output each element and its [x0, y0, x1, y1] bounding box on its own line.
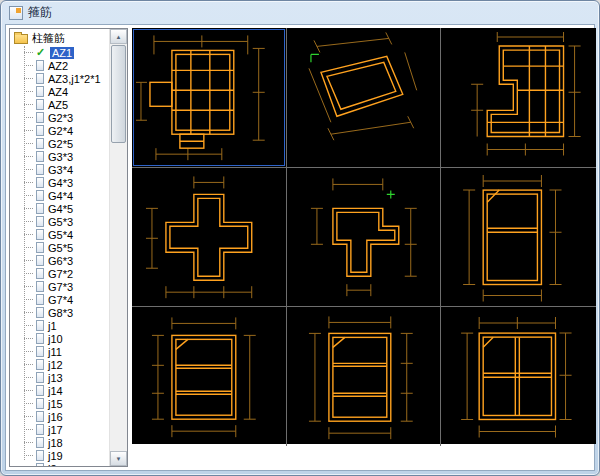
- document-icon: [36, 346, 44, 357]
- tree-connector: [24, 208, 33, 209]
- tree-item[interactable]: ✓ G4*3: [10, 176, 109, 189]
- tree-item[interactable]: ✓ G8*3: [10, 306, 109, 319]
- tree-item[interactable]: ✓ G4*5: [10, 202, 109, 215]
- tree-item-label: G4*4: [48, 190, 73, 202]
- tree-item[interactable]: ✓ j1: [10, 319, 109, 332]
- tree-connector: [24, 416, 33, 417]
- document-icon: [36, 203, 44, 214]
- titlebar[interactable]: 箍筋: [1, 1, 599, 24]
- tree-item[interactable]: ✓ G2*3: [10, 111, 109, 124]
- tree-item[interactable]: ✓ j2: [10, 462, 109, 466]
- stirrup-drawing-trapezoid: [287, 28, 441, 167]
- tree-connector: [24, 455, 33, 456]
- tree-item[interactable]: ✓ G5*4: [10, 228, 109, 241]
- tree-connector: [24, 234, 33, 235]
- tree-connector: [24, 91, 33, 92]
- tree-root-node[interactable]: 柱箍筋: [10, 31, 109, 46]
- tree-item[interactable]: ✓ G4*4: [10, 189, 109, 202]
- tree-connector: [24, 364, 33, 365]
- tree-item[interactable]: ✓ j13: [10, 371, 109, 384]
- document-icon: [36, 385, 44, 396]
- document-icon: [36, 164, 44, 175]
- tree-connector: [24, 442, 33, 443]
- tree-item[interactable]: ✓ j19: [10, 449, 109, 462]
- preview-cell-6[interactable]: [441, 168, 596, 308]
- tree-item[interactable]: ✓ j10: [10, 332, 109, 345]
- document-icon: [36, 359, 44, 370]
- tree-item-label: G7*4: [48, 294, 73, 306]
- tree-item[interactable]: ✓ G7*4: [10, 293, 109, 306]
- tree-item-label: G4*3: [48, 177, 73, 189]
- tree-item[interactable]: ✓ G7*2: [10, 267, 109, 280]
- tree-item-label: j11: [48, 346, 62, 358]
- stirrup-drawing-rect-two-ties: [287, 307, 441, 446]
- tree-item-label: G5*3: [48, 216, 73, 228]
- tree-item-label: G7*2: [48, 268, 73, 280]
- tree-connector: [24, 182, 33, 183]
- tree-item[interactable]: ✓ AZ4: [10, 85, 109, 98]
- preview-cell-5[interactable]: [287, 168, 442, 308]
- tree-item[interactable]: ✓ G3*4: [10, 163, 109, 176]
- document-icon: [36, 190, 44, 201]
- tree-item[interactable]: ✓ G7*3: [10, 280, 109, 293]
- tree-item[interactable]: ✓ j17: [10, 423, 109, 436]
- preview-cell-7[interactable]: [132, 307, 287, 446]
- preview-cell-8[interactable]: [287, 307, 442, 446]
- tree-item[interactable]: ✓ AZ1: [10, 46, 109, 59]
- document-icon: [36, 216, 44, 227]
- tree-item[interactable]: ✓ G5*5: [10, 241, 109, 254]
- tree-connector: [24, 247, 33, 248]
- tree-item[interactable]: ✓ G2*5: [10, 137, 109, 150]
- tree-item-label: G2*3: [48, 112, 73, 124]
- tree-item-label: j13: [48, 372, 63, 384]
- tree-item-label: G7*3: [48, 281, 73, 293]
- tree-item[interactable]: ✓ AZ5: [10, 98, 109, 111]
- document-icon: [36, 450, 44, 461]
- stirrup-preview-grid: [132, 28, 596, 444]
- tree-item[interactable]: ✓ G2*4: [10, 124, 109, 137]
- scroll-down-button[interactable]: ▼: [110, 451, 127, 466]
- tree-item[interactable]: ✓ AZ2: [10, 59, 109, 72]
- scrollbar-thumb[interactable]: [111, 45, 126, 143]
- document-icon: [36, 99, 44, 110]
- preview-cell-2[interactable]: [287, 28, 442, 168]
- tree-item-label: G3*3: [48, 151, 73, 163]
- preview-cell-9[interactable]: [441, 307, 596, 446]
- tree-item[interactable]: ✓ j16: [10, 410, 109, 423]
- tree-item-label: AZ5: [48, 99, 68, 111]
- stirrup-drawing-l-shape-grid: [441, 28, 596, 167]
- scroll-up-button[interactable]: ▲: [110, 29, 127, 44]
- tree-item[interactable]: ✓ G6*3: [10, 254, 109, 267]
- tree-item[interactable]: ✓ j11: [10, 345, 109, 358]
- preview-cell-4[interactable]: [132, 168, 287, 308]
- stirrup-drawing-rect-cross: [441, 307, 596, 446]
- tree-item[interactable]: ✓ G5*3: [10, 215, 109, 228]
- check-icon: ✓: [36, 47, 48, 58]
- tree-connector: [24, 143, 33, 144]
- document-icon: [36, 125, 44, 136]
- stirrup-drawing-rect-two-ties: [132, 307, 286, 446]
- tree-connector: [24, 403, 33, 404]
- tree-connector: [24, 286, 33, 287]
- tree-item[interactable]: ✓ j15: [10, 397, 109, 410]
- tree-item-label: j17: [48, 424, 63, 436]
- tree-connector: [24, 312, 33, 313]
- tree-scrollbar[interactable]: ▲ ▼: [109, 29, 127, 466]
- tree-connector: [24, 169, 33, 170]
- preview-cell-3[interactable]: [441, 28, 596, 168]
- tree-item-label: AZ4: [48, 86, 68, 98]
- tree-item[interactable]: ✓ j12: [10, 358, 109, 371]
- document-icon: [36, 424, 44, 435]
- tree-item[interactable]: ✓ j14: [10, 384, 109, 397]
- tree-item[interactable]: ✓ j18: [10, 436, 109, 449]
- document-icon: [36, 372, 44, 383]
- document-icon: [36, 437, 44, 448]
- tree-connector: [24, 117, 33, 118]
- tree-item[interactable]: ✓ AZ3,j1*2*1: [10, 72, 109, 85]
- scrollbar-track[interactable]: [110, 144, 127, 451]
- stirrup-drawing-complex-grid: [132, 28, 286, 167]
- tree-connector: [24, 260, 33, 261]
- tree-item[interactable]: ✓ G3*3: [10, 150, 109, 163]
- preview-cell-1[interactable]: [132, 28, 287, 168]
- stirrup-tree: 柱箍筋 ✓ AZ1 ✓ AZ2 ✓ AZ3,j1*2*1 ✓ AZ4 ✓ AZ5…: [10, 29, 109, 466]
